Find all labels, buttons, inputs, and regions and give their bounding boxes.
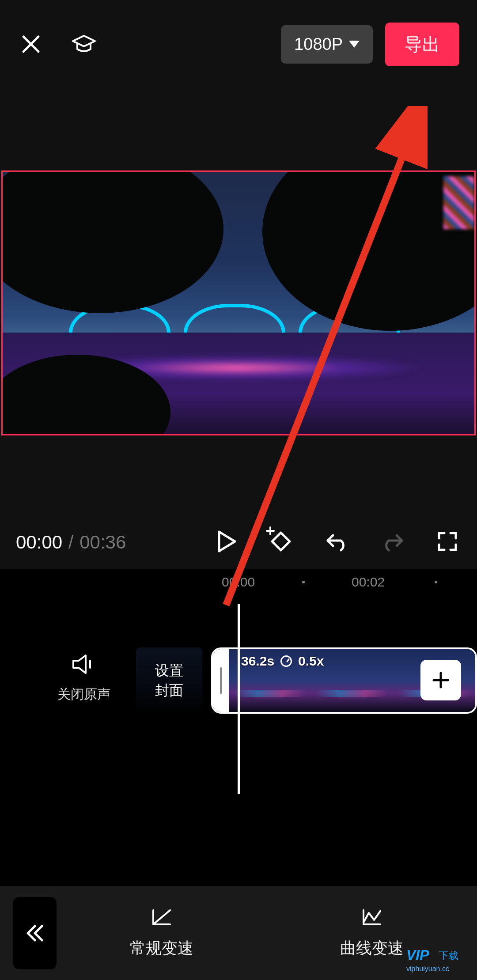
resolution-dropdown[interactable]: 1080P [281,25,373,64]
normal-speed-button[interactable]: 常规变速 [57,907,267,959]
watermark-line2: viphuiyuan.cc [406,965,449,972]
tutorial-button[interactable] [71,31,97,57]
time-ruler: 00:00 00:02 [0,569,477,595]
video-preview[interactable] [1,170,476,435]
export-button[interactable]: 导出 [385,23,459,66]
normal-speed-label: 常规变速 [130,938,193,959]
time-separator: / [68,533,73,552]
curve-speed-label: 曲线变速 [340,938,404,959]
clip-duration: 36.2s [241,654,274,669]
speaker-icon [72,653,96,676]
current-time: 00:00 [16,532,62,553]
play-button[interactable] [216,530,237,555]
play-icon [216,530,237,553]
add-clip-button[interactable] [420,660,461,700]
chevron-down-icon [349,41,360,48]
close-button[interactable] [18,31,44,57]
svg-text:VIP: VIP [406,947,429,963]
normal-speed-icon [150,907,174,928]
playhead[interactable] [238,604,240,794]
watermark: VIP 下载 viphuiyuan.cc [404,946,474,977]
resolution-label: 1080P [294,35,343,54]
undo-button[interactable] [325,531,349,554]
fullscreen-button[interactable] [436,530,458,554]
mute-audio-button[interactable] [57,653,110,677]
speed-icon [280,655,292,667]
mute-label: 关闭原声 [57,685,110,704]
ruler-tick-0: 00:00 [222,575,255,590]
cover-label: 设置封面 [155,661,183,700]
plus-icon [266,526,275,535]
ruler-dot [302,581,305,583]
redo-icon [381,531,405,552]
graduation-cap-icon [71,31,97,57]
keyframe-button[interactable] [269,529,293,556]
total-duration: 00:36 [80,532,126,553]
clip-meta: 36.2s 0.5x [241,654,324,669]
curve-speed-icon [360,907,384,928]
undo-icon [325,531,349,552]
plus-icon [431,670,450,690]
clip-trim-handle-left[interactable] [213,649,229,712]
back-button[interactable] [13,897,57,969]
export-label: 导出 [405,34,440,54]
preview-image [3,172,474,434]
fullscreen-icon [436,530,458,552]
ruler-tick-2: 00:02 [352,575,385,590]
clip-speed: 0.5x [298,654,324,669]
close-icon [20,33,42,55]
chevron-left-double-icon [25,923,45,944]
timeline-area[interactable]: 00:00 00:02 关闭原声 设置封面 36.2s 0.5x [0,569,477,886]
set-cover-button[interactable]: 设置封面 [136,647,202,714]
redo-button[interactable] [381,531,405,554]
ruler-dot [435,581,437,583]
watermark-line1: 下载 [439,950,458,961]
